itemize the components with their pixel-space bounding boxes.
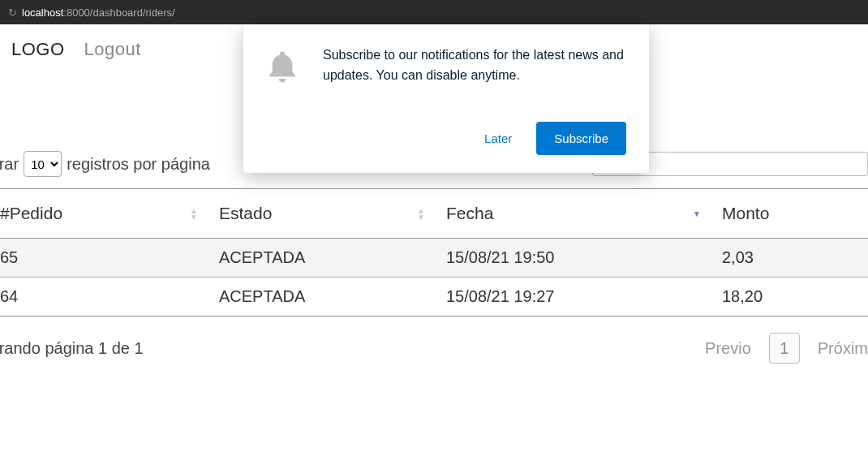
prev-button[interactable]: Previo [705,339,751,358]
bell-icon [266,49,299,86]
cell-pedido: 65 [0,239,211,278]
show-prefix-label: ostrar [0,155,19,174]
url-path: /dashboard/riders/ [90,6,175,19]
col-header-monto[interactable]: Monto [714,189,868,239]
table-footer: ostrando página 1 de 1 Previo 1 Próxim [0,316,868,364]
col-header-monto-label: Monto [722,204,769,222]
cell-estado: ACEPTADA [211,278,438,316]
browser-address-bar[interactable]: ↻ localhost:8000/dashboard/riders/ [0,0,868,24]
subscribe-button[interactable]: Subscribe [536,122,626,155]
next-button[interactable]: Próxim [818,339,868,358]
cell-monto: 18,20 [714,278,868,316]
table-row[interactable]: 65 ACEPTADA 15/08/21 19:50 2,03 [0,239,868,278]
col-header-fecha[interactable]: Fecha ▼ [438,189,714,239]
pagination: Previo 1 Próxim [705,333,868,364]
col-header-estado[interactable]: Estado ▲▼ [211,189,438,239]
cell-monto: 2,03 [714,239,868,278]
logo[interactable]: LOGO [11,39,65,60]
reload-icon[interactable]: ↻ [8,6,17,19]
orders-table: #Pedido ▲▼ Estado ▲▼ Fecha ▼ Monto 65 [0,188,868,316]
col-header-pedido[interactable]: #Pedido ▲▼ [0,189,211,239]
cell-fecha: 15/08/21 19:50 [438,239,714,278]
table-header-row: #Pedido ▲▼ Estado ▲▼ Fecha ▼ Monto [0,189,868,239]
show-suffix-label: registros por página [67,155,210,174]
col-header-fecha-label: Fecha [446,204,493,222]
cell-estado: ACEPTADA [211,239,438,278]
later-button[interactable]: Later [484,131,512,145]
url-port: :8000 [63,6,90,19]
col-header-pedido-label: #Pedido [0,204,62,222]
cell-fecha: 15/08/21 19:27 [438,278,714,316]
page-number-button[interactable]: 1 [769,333,800,364]
page-length-select[interactable]: 10 [24,151,62,177]
col-header-estado-label: Estado [219,204,272,222]
table-row[interactable]: 64 ACEPTADA 15/08/21 19:27 18,20 [0,278,868,316]
sort-icon: ▲▼ [190,208,198,220]
sort-desc-icon: ▼ [693,211,701,217]
notification-text: Subscribe to our notifications for the l… [323,45,626,86]
pagination-info: ostrando página 1 de 1 [0,339,144,358]
cell-pedido: 64 [0,278,211,316]
sort-icon: ▲▼ [417,208,425,220]
notification-dialog: Subscribe to our notifications for the l… [243,24,649,173]
logout-link[interactable]: Logout [84,39,141,60]
url-host: localhost [22,6,63,19]
